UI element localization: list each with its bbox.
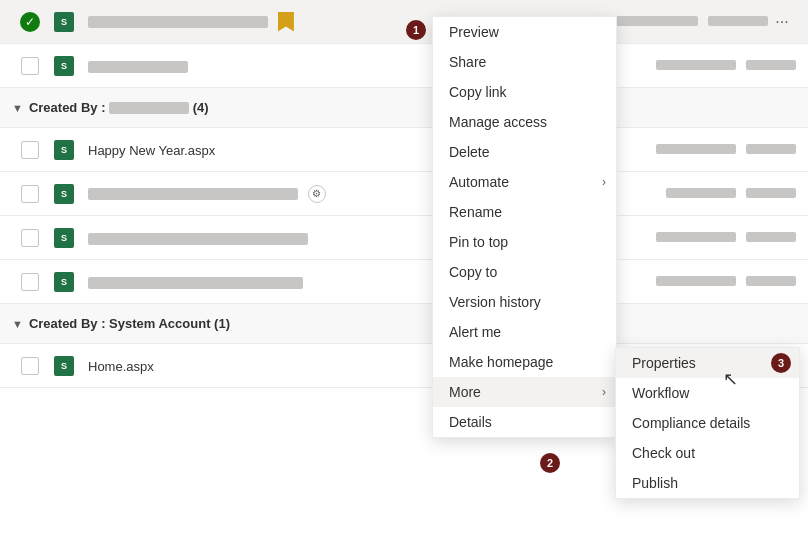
badge-2: 2 xyxy=(540,453,560,473)
unchecked-box xyxy=(21,229,39,247)
date2-blurred xyxy=(708,16,768,26)
icon-col: S xyxy=(48,356,80,376)
checkbox-col[interactable] xyxy=(12,229,48,247)
menu-item-more[interactable]: More › xyxy=(433,377,616,407)
list-row: S xyxy=(0,44,808,88)
date-blurred xyxy=(656,144,736,154)
arrow-icon: › xyxy=(602,385,606,399)
submenu-item-check-out[interactable]: Check out xyxy=(616,438,799,468)
date2-blurred xyxy=(746,144,796,154)
date2-blurred xyxy=(746,276,796,286)
date-blurred xyxy=(656,276,736,286)
list-row: S xyxy=(0,216,808,260)
date2-blurred xyxy=(746,232,796,242)
checkbox-col[interactable]: ✓ xyxy=(12,12,48,32)
group-name-blurred xyxy=(109,102,189,114)
menu-item-automate[interactable]: Automate › xyxy=(433,167,616,197)
date-blurred xyxy=(656,232,736,242)
menu-item-details[interactable]: Details xyxy=(433,407,616,437)
submenu-more: Properties Workflow Compliance details C… xyxy=(615,347,800,499)
checkbox-col[interactable] xyxy=(12,57,48,75)
checkbox-col[interactable] xyxy=(12,273,48,291)
chevron-icon: ▼ xyxy=(12,318,23,330)
date-col xyxy=(636,143,796,157)
badge-1: 1 xyxy=(406,20,426,40)
date-col xyxy=(636,231,796,245)
icon-col: S xyxy=(48,184,80,204)
icon-col: S xyxy=(48,272,80,292)
list-row: S xyxy=(0,260,808,304)
date-col xyxy=(636,187,796,201)
date-blurred xyxy=(608,16,698,26)
group2-label: Created By : System Account (1) xyxy=(29,316,230,331)
menu-item-copy-link[interactable]: Copy link xyxy=(433,77,616,107)
checkbox-col[interactable] xyxy=(12,185,48,203)
excel-icon: S xyxy=(54,356,74,376)
file-name-blurred xyxy=(88,233,308,245)
group-label: Created By : xyxy=(29,100,106,115)
icon-col: S xyxy=(48,56,80,76)
date-col xyxy=(636,59,796,73)
file-name: Happy New Year.aspx xyxy=(88,143,215,158)
file-name-blurred xyxy=(88,188,298,200)
context-menu: Preview Share Copy link Manage access De… xyxy=(432,16,617,438)
badge-3: 3 xyxy=(771,353,791,373)
checkbox-col[interactable] xyxy=(12,141,48,159)
file-name-blurred xyxy=(88,277,303,289)
check-icon: ✓ xyxy=(20,12,40,32)
excel-icon: S xyxy=(54,140,74,160)
chevron-icon: ▼ xyxy=(12,102,23,114)
group-count: (4) xyxy=(193,100,209,115)
icon-col: S xyxy=(48,12,80,32)
group2-header[interactable]: ▼ Created By : System Account (1) xyxy=(0,304,808,344)
unchecked-box xyxy=(21,57,39,75)
date-col xyxy=(608,15,768,29)
menu-item-delete[interactable]: Delete xyxy=(433,137,616,167)
date-blurred xyxy=(666,188,736,198)
unchecked-box xyxy=(21,357,39,375)
icon-col: S xyxy=(48,140,80,160)
submenu-item-publish[interactable]: Publish xyxy=(616,468,799,498)
excel-icon: S xyxy=(54,228,74,248)
date2-blurred xyxy=(746,60,796,70)
menu-item-copy-to[interactable]: Copy to xyxy=(433,257,616,287)
file-name-blurred xyxy=(88,16,268,28)
date-col xyxy=(636,275,796,289)
group-header[interactable]: ▼ Created By : (4) xyxy=(0,88,808,128)
bookmark-icon xyxy=(278,12,294,32)
list-row: S ⚙ xyxy=(0,172,808,216)
checkbox-col[interactable] xyxy=(12,357,48,375)
menu-item-version-history[interactable]: Version history xyxy=(433,287,616,317)
submenu-item-workflow[interactable]: Workflow xyxy=(616,378,799,408)
excel-icon: S xyxy=(54,56,74,76)
menu-item-preview[interactable]: Preview xyxy=(433,17,616,47)
menu-item-share[interactable]: Share xyxy=(433,47,616,77)
excel-icon: S xyxy=(54,184,74,204)
excel-icon: S xyxy=(54,272,74,292)
unchecked-box xyxy=(21,141,39,159)
unchecked-box xyxy=(21,185,39,203)
list-row: ✓ S ··· xyxy=(0,0,808,44)
excel-icon: S xyxy=(54,12,74,32)
date2-blurred xyxy=(746,188,796,198)
menu-item-manage-access[interactable]: Manage access xyxy=(433,107,616,137)
menu-item-rename[interactable]: Rename xyxy=(433,197,616,227)
menu-item-pin-to-top[interactable]: Pin to top xyxy=(433,227,616,257)
unchecked-box xyxy=(21,273,39,291)
menu-item-make-homepage[interactable]: Make homepage xyxy=(433,347,616,377)
file-name: Home.aspx xyxy=(88,359,154,374)
date-blurred xyxy=(656,60,736,70)
icon-col: S xyxy=(48,228,80,248)
submenu-item-compliance-details[interactable]: Compliance details xyxy=(616,408,799,438)
file-name-blurred xyxy=(88,61,188,73)
menu-item-alert-me[interactable]: Alert me xyxy=(433,317,616,347)
info-icon: ⚙ xyxy=(308,185,326,203)
arrow-icon: › xyxy=(602,175,606,189)
more-button[interactable]: ··· xyxy=(768,8,796,36)
list-row: S Happy New Year.aspx xyxy=(0,128,808,172)
